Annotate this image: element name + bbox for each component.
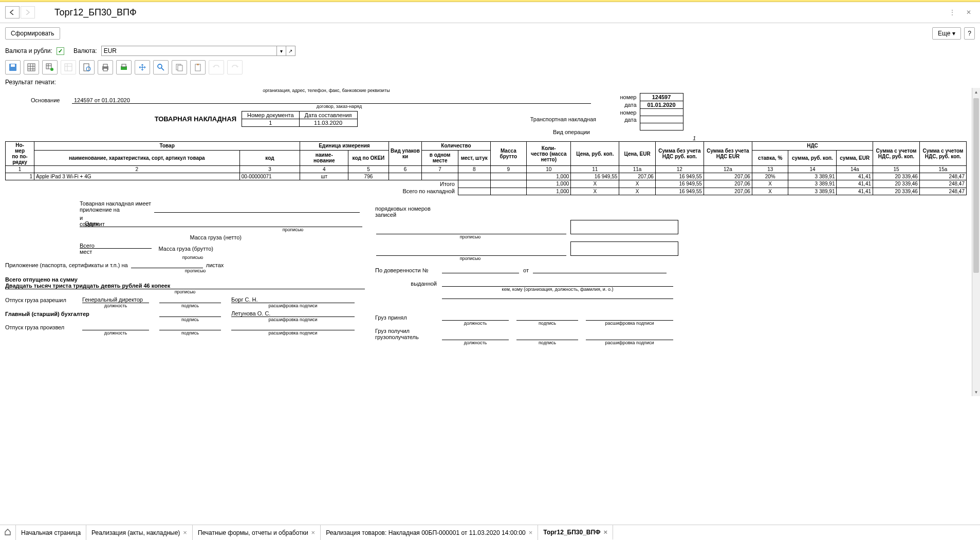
currency-rub-label: Валюта и рубли: — [5, 47, 52, 54]
document-area[interactable]: организация, адрес, телефон, факс, банко… — [0, 88, 972, 396]
itogo-label: Итого — [6, 180, 458, 188]
currency-input[interactable] — [102, 46, 276, 55]
pril-label: Товарная накладная имеет приложение на — [5, 200, 154, 213]
vid-operacii-label: Вид операции — [553, 129, 590, 135]
colnum: 11а — [619, 166, 656, 173]
tr-nomer-val — [640, 109, 683, 116]
doc-header-table: номер124597 дата01.01.2020 номер дата x — [612, 93, 683, 131]
result-label: Результат печати: — [0, 77, 980, 88]
summa-prop: Двадцать тысяч триста тридцать девять ру… — [5, 283, 365, 289]
col-tot: Сумма с учетом НДС, руб. коп. — [873, 142, 920, 166]
mass-brutto: Масса груза (брутто) — [152, 246, 218, 252]
vsego-mest: Всего мест — [5, 243, 80, 255]
fit-icon[interactable] — [135, 60, 150, 75]
col-tot-eur: Сумма с учетом НДС, руб. коп. — [919, 142, 966, 166]
print-icon[interactable] — [98, 60, 113, 75]
doc-numdate-table: Номер документаДата составления 111.03.2… — [242, 111, 358, 127]
podpis-r2: подпись — [516, 340, 578, 345]
currency-select[interactable]: ▾ ↗ — [101, 46, 295, 56]
more-button[interactable]: Еще▾ — [932, 27, 961, 40]
scroll-up-icon[interactable]: ▲ — [972, 88, 980, 96]
col-naim: наименование, характеристика, сорт, арти… — [34, 150, 240, 165]
table-row: 1Apple iPad 3 Wi-Fi + 4G00-00000071шт796… — [6, 173, 967, 180]
svg-line-24 — [161, 68, 164, 70]
colnum: 9 — [490, 166, 527, 173]
vertical-scrollbar[interactable]: ▲ ▼ — [972, 88, 980, 396]
help-button[interactable]: ? — [964, 27, 975, 40]
scroll-down-icon[interactable]: ▼ — [972, 388, 980, 396]
colnum: 3 — [239, 166, 300, 173]
currency-dropdown-icon[interactable]: ▾ — [276, 46, 286, 55]
colnum: 4 — [300, 166, 348, 173]
po-dover: По доверенности № — [375, 267, 442, 273]
rasch-1: расшифровка подписи — [231, 303, 355, 308]
currency-expand-icon[interactable]: ↗ — [286, 46, 295, 55]
nomer-label: номер — [612, 94, 640, 101]
col-mest: мест, штук — [458, 150, 490, 165]
svg-rect-20 — [122, 64, 126, 67]
itogo-x3: X — [752, 180, 788, 188]
col-cena-eur: Цена, EUR — [619, 142, 656, 166]
podpis-2: подпись — [159, 317, 221, 322]
itogo-tot-eur: 248,47 — [919, 180, 966, 188]
grid-plus-icon[interactable] — [42, 60, 58, 75]
svg-rect-7 — [46, 64, 51, 69]
vsego-netto: 1,000 — [527, 188, 571, 195]
brutto-box — [570, 241, 678, 256]
svg-rect-2 — [28, 64, 35, 71]
tr-data-label: дата — [612, 116, 640, 123]
action-row: Сформировать Еще▾ ? — [0, 23, 980, 44]
doc-date: 11.03.2020 — [299, 119, 357, 127]
colnum: 14а — [837, 166, 873, 173]
close-icon[interactable]: ✕ — [963, 7, 975, 17]
save-icon[interactable] — [5, 60, 21, 75]
print-color-icon[interactable] — [116, 60, 132, 75]
col-vidup: Вид упаков ки — [389, 142, 422, 166]
colnum: 14 — [788, 166, 837, 173]
colnum: 13 — [752, 166, 788, 173]
preview-icon[interactable] — [79, 60, 95, 75]
doc-num: 1 — [242, 119, 300, 127]
vsego-ndssum-eur: 41,41 — [837, 188, 873, 195]
redo-icon — [227, 60, 243, 75]
scroll-thumb[interactable] — [973, 98, 979, 273]
kebab-icon[interactable]: ⋮ — [946, 7, 958, 17]
otp-proiz: Отпуск груза произвел — [5, 324, 82, 330]
currency-rub-check[interactable]: ✓ — [57, 47, 64, 55]
generate-button[interactable]: Сформировать — [5, 27, 60, 40]
colnum: 11 — [571, 166, 619, 173]
col-ndssum-eur: сумма, EUR — [837, 150, 873, 165]
page-title: Торг12_БП30_ВПФ — [54, 7, 137, 18]
doc-date-hdr: Дата составления — [299, 111, 357, 119]
glbuh: Главный (старший) бухгалтер — [5, 311, 108, 317]
poryad-label: порядковых номеров записей — [375, 206, 447, 218]
rasch-2: расшифровка подписи — [231, 317, 355, 322]
col-cena: Цена, руб. коп. — [571, 142, 619, 166]
grid-icon[interactable] — [24, 60, 39, 75]
back-button[interactable] — [5, 6, 20, 18]
letunova: Летунова О. С. — [231, 310, 355, 317]
svg-rect-1 — [11, 64, 15, 67]
col-kolnetto: Коли- чество (масса нетто) — [527, 142, 571, 166]
doc-title: ТОВАРНАЯ НАКЛАДНАЯ — [5, 115, 242, 123]
basis-value: 124597 от 01.01.2020 — [72, 97, 591, 104]
copy-icon[interactable] — [172, 60, 187, 75]
col-vodnom: в одном месте — [422, 150, 458, 165]
transport-label: Транспортная накладная — [358, 116, 601, 122]
dolzh-r1: должность — [442, 321, 509, 326]
col-nds: НДС — [752, 142, 873, 151]
itogo-ndssum: 3 389,91 — [788, 180, 837, 188]
paste-icon[interactable] — [190, 60, 206, 75]
forward-button[interactable] — [21, 6, 35, 18]
vydan: выданной — [375, 281, 442, 287]
dolzh-2: должность — [82, 330, 149, 336]
colnum: 10 — [527, 166, 571, 173]
dolzh-r2: должность — [442, 340, 509, 345]
colnum: 1 — [6, 166, 34, 173]
vsego-otp: Всего отпущено на сумму — [5, 276, 365, 283]
icon-toolbar — [0, 58, 980, 77]
vsego-sumbez: 16 949,55 — [655, 188, 704, 195]
colnum: 15 — [873, 166, 920, 173]
search-icon[interactable] — [153, 60, 169, 75]
soderzh-label: и содержит — [5, 215, 80, 227]
